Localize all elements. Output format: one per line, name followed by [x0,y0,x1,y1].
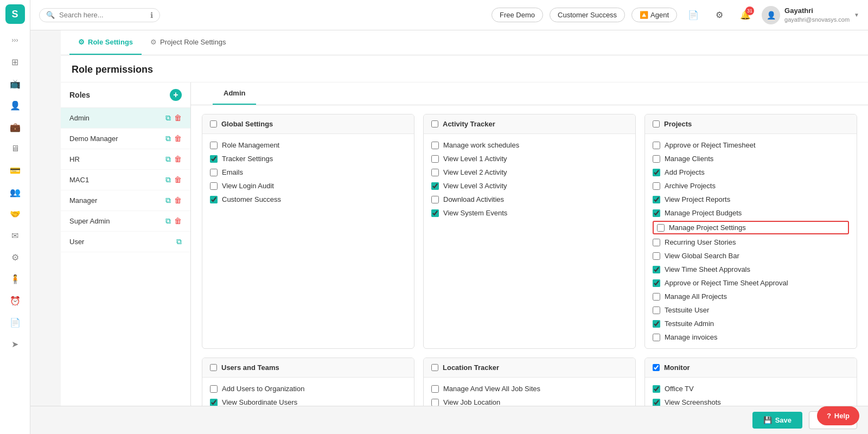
cb-add-users-to-org[interactable] [210,385,218,393]
cb-view-job-location[interactable] [431,399,439,406]
delete-role-superadmin-icon[interactable]: 🗑 [174,216,182,226]
document-icon-btn[interactable]: 📄 [684,5,703,25]
activity-tracker-header-checkbox[interactable] [431,120,438,127]
delete-role-demo-icon[interactable]: 🗑 [174,134,182,143]
agent-button[interactable]: 🔼 🔼 Agent Agent [631,8,677,22]
cb-approve-reject-time-sheet-approval[interactable] [653,279,660,287]
cb-view-level2[interactable] [431,169,439,176]
cb-emails[interactable] [210,169,218,176]
user-icon[interactable]: 👤 [5,95,25,115]
cb-approve-reject-timesheet[interactable] [653,142,660,149]
copy-role-demo-icon[interactable]: ⧉ [165,134,171,143]
mail-icon[interactable]: ✉ [5,226,25,245]
cb-view-level3[interactable] [431,182,439,190]
location-tracker-header-checkbox[interactable] [431,364,438,371]
tab-role-settings[interactable]: ⚙ Role Settings [69,30,142,55]
role-item-user[interactable]: User ⧉ [61,232,190,252]
perm-office-tv: Office TV [653,382,849,395]
copy-role-admin-icon[interactable]: ⧉ [165,113,171,123]
projects-header-checkbox[interactable] [653,120,660,127]
gear-icon-btn[interactable]: ⚙ [710,5,729,25]
search-input[interactable] [59,11,146,19]
cb-add-projects[interactable] [653,169,660,176]
cb-view-project-reports[interactable] [653,196,660,203]
cb-view-system-events[interactable] [431,209,439,217]
notification-icon-btn[interactable]: 🔔 31 [736,5,755,25]
copy-role-hr-icon[interactable]: ⧉ [165,155,171,164]
role-item-manager[interactable]: Manager ⧉ 🗑 [61,190,190,211]
alarm-icon[interactable]: ⏰ [5,291,25,310]
perm-approve-reject-timesheet: Approve or Reject Timesheet [653,138,849,152]
perm-archive-projects: Archive Projects [653,179,849,193]
cb-archive-projects[interactable] [653,182,660,190]
card-icon[interactable]: 💳 [5,161,25,180]
cb-manage-all-projects[interactable] [653,293,660,301]
search-icon: 🔍 [46,11,55,19]
cb-customer-success[interactable] [210,196,218,203]
cb-role-management[interactable] [210,142,218,149]
customer-success-button[interactable]: Customer Success [550,8,625,22]
cb-download-activities[interactable] [431,196,439,203]
dashboard-icon[interactable]: ⊞ [5,52,25,72]
role-item-mac1[interactable]: MAC1 ⧉ 🗑 [61,170,190,190]
briefcase-icon[interactable]: 💼 [5,117,25,137]
roles-panel: Roles + Admin ⧉ 🗑 Demo Manager ⧉ 🗑 [61,82,191,434]
sidebar-expand-icon[interactable]: ››› [5,30,25,50]
cb-office-tv[interactable] [653,385,660,393]
copy-role-superadmin-icon[interactable]: ⧉ [165,216,171,226]
monitor-icon[interactable]: 🖥 [5,139,25,158]
app-logo[interactable]: S [5,4,25,24]
info-icon[interactable]: ℹ [150,11,153,20]
monitor-header-checkbox[interactable] [653,364,660,371]
tv-icon[interactable]: 📺 [5,74,25,93]
perm-view-level3: View Level 3 Activity [431,179,628,193]
cb-view-level1[interactable] [431,155,439,163]
delete-role-manager-icon[interactable]: 🗑 [174,196,182,205]
role-item-demo-manager[interactable]: Demo Manager ⧉ 🗑 [61,129,190,149]
role-item-hr[interactable]: HR ⧉ 🗑 [61,149,190,170]
settings-icon[interactable]: ⚙ [5,247,25,267]
delete-role-admin-icon[interactable]: 🗑 [174,113,182,123]
cb-view-login-audit[interactable] [210,182,218,190]
user-email: gayathri@snovasys.com [784,16,850,23]
users-icon[interactable]: 👥 [5,182,25,202]
perm-manage-all-projects: Manage All Projects [653,290,849,303]
main-content: ⚙ Role Settings ⚙ Project Role Settings … [61,30,868,434]
save-button[interactable]: 💾 Save [752,412,802,429]
help-button[interactable]: ? Help [817,406,859,425]
admin-tab[interactable]: Admin [213,82,256,105]
copy-role-mac1-icon[interactable]: ⧉ [165,175,171,184]
user-menu[interactable]: 👤 Gayathri gayathri@snovasys.com ▼ [762,6,859,24]
cb-recurring-user-stories[interactable] [653,239,660,246]
tab-project-role-settings[interactable]: ⚙ Project Role Settings [142,30,234,55]
delete-role-mac1-icon[interactable]: 🗑 [174,175,182,184]
send-icon[interactable]: ➤ [5,334,25,354]
cb-manage-invoices[interactable] [653,334,660,341]
copy-role-manager-icon[interactable]: ⧉ [165,196,171,205]
cb-tracker-settings[interactable] [210,155,218,163]
cb-testsuite-user[interactable] [653,307,660,314]
cb-view-time-sheet-approvals[interactable] [653,266,660,273]
file-icon[interactable]: 📄 [5,312,25,332]
cb-manage-work-schedules[interactable] [431,142,439,149]
cb-manage-view-job-sites[interactable] [431,385,439,393]
cb-testsuite-admin[interactable] [653,320,660,328]
add-role-button[interactable]: + [170,89,182,101]
perm-testsuite-user: Testsuite User [653,303,849,317]
team-icon[interactable]: 🤝 [5,204,25,224]
cb-manage-clients[interactable] [653,155,660,163]
perm-tracker-settings: Tracker Settings [210,152,406,165]
cb-manage-project-settings[interactable] [657,224,665,232]
role-item-admin[interactable]: Admin ⧉ 🗑 [61,108,190,129]
copy-role-user-icon[interactable]: ⧉ [176,237,182,246]
person-icon[interactable]: 🧍 [5,269,25,289]
cb-view-screenshots[interactable] [653,399,660,406]
cb-manage-project-budgets[interactable] [653,209,660,217]
global-settings-header-checkbox[interactable] [210,120,217,127]
role-item-super-admin[interactable]: Super Admin ⧉ 🗑 [61,211,190,232]
cb-view-subordinate-users[interactable] [210,399,218,406]
cb-view-global-search-bar[interactable] [653,252,660,260]
users-teams-header-checkbox[interactable] [210,364,217,371]
free-demo-button[interactable]: Free Demo [492,8,543,22]
delete-role-hr-icon[interactable]: 🗑 [174,155,182,164]
